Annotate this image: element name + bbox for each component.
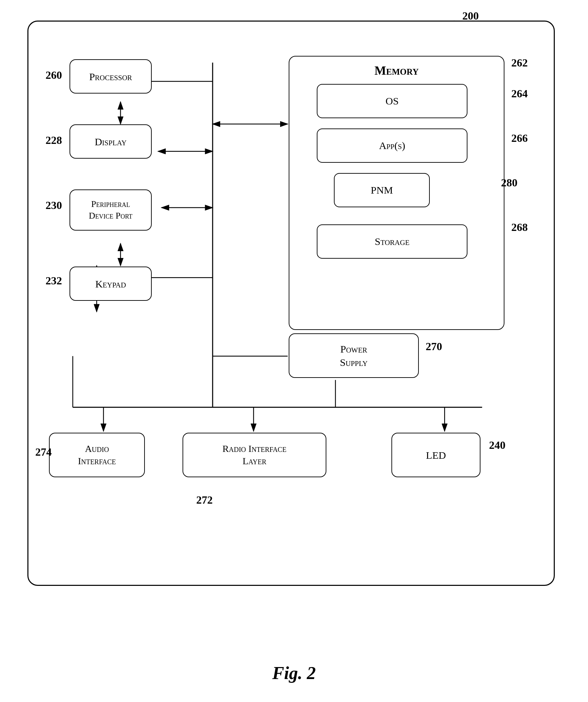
os-label: OS <box>386 95 399 107</box>
power-supply-label: PowerSupply <box>340 342 367 369</box>
storage-box: Storage <box>317 224 467 259</box>
led-label: LED <box>426 448 446 462</box>
peripheral-box: PeripheralDevice Port <box>70 189 152 231</box>
power-supply-box: PowerSupply <box>289 333 419 378</box>
os-box: OS <box>317 84 467 118</box>
ref-232: 232 <box>46 274 62 287</box>
apps-box: App(s) <box>317 128 467 163</box>
ref-228: 228 <box>46 134 62 147</box>
memory-outer-box: Memory OS App(s) PNM Storage <box>289 56 504 330</box>
radio-interface-label: Radio InterfaceLayer <box>223 443 287 468</box>
keypad-label: Keypad <box>95 277 126 291</box>
audio-interface-box: AudioInterface <box>49 433 145 477</box>
ref-260: 260 <box>46 69 62 82</box>
figure-label: Fig. 2 <box>272 663 316 683</box>
main-diagram-box: Processor 260 Display 228 PeripheralDevi… <box>27 21 555 586</box>
pnm-label: PNM <box>371 184 393 196</box>
ref-272: 272 <box>196 494 213 506</box>
storage-label: Storage <box>375 236 409 247</box>
processor-label: Processor <box>89 70 132 83</box>
ref-264: 264 <box>511 87 528 100</box>
audio-interface-label: AudioInterface <box>78 443 116 468</box>
ref-274: 274 <box>35 446 52 458</box>
ref-230: 230 <box>46 199 62 212</box>
keypad-box: Keypad <box>70 267 152 301</box>
display-box: Display <box>70 124 152 159</box>
pnm-box: PNM <box>334 173 430 207</box>
ref-268: 268 <box>511 221 528 234</box>
ref-240: 240 <box>489 439 505 452</box>
ref-262: 262 <box>511 57 528 69</box>
radio-interface-box: Radio InterfaceLayer <box>183 433 326 477</box>
apps-label: App(s) <box>379 140 405 151</box>
memory-label: Memory <box>375 63 419 78</box>
ref-280: 280 <box>501 176 517 189</box>
led-box: LED <box>391 433 480 477</box>
ref-270: 270 <box>426 340 442 353</box>
processor-box: Processor <box>70 59 152 94</box>
page: 200 ↙ <box>0 0 588 702</box>
ref-266: 266 <box>511 132 528 145</box>
display-label: Display <box>95 135 126 148</box>
peripheral-label: PeripheralDevice Port <box>89 198 133 222</box>
